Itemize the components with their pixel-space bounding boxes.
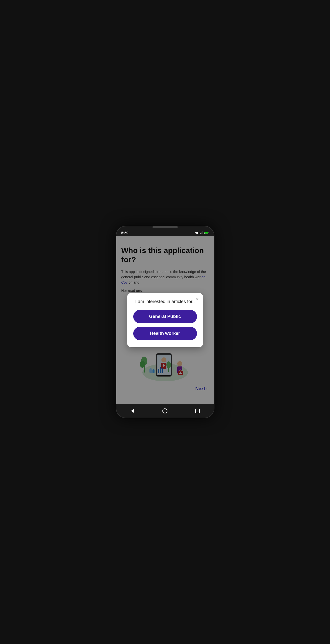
home-icon — [162, 408, 167, 413]
modal-title: I am interested in articles for.. — [133, 299, 197, 304]
modal-backdrop: × I am interested in articles for.. Gene… — [116, 236, 214, 404]
recents-icon — [195, 409, 200, 413]
battery-icon — [204, 231, 209, 234]
svg-rect-6 — [208, 233, 209, 233]
svg-rect-7 — [204, 232, 208, 233]
back-button[interactable] — [129, 407, 136, 414]
phone-shell: 5:59 — [116, 226, 214, 418]
phone-inner: 5:59 — [116, 226, 214, 418]
svg-rect-1 — [200, 233, 201, 234]
status-icons — [195, 231, 209, 234]
wifi-icon — [195, 231, 199, 234]
interest-modal: × I am interested in articles for.. Gene… — [127, 293, 203, 347]
general-public-button[interactable]: General Public — [133, 310, 197, 323]
notch — [152, 226, 178, 228]
status-time: 5:59 — [121, 231, 128, 235]
svg-point-0 — [196, 234, 197, 234]
close-button[interactable]: × — [196, 296, 199, 302]
svg-marker-31 — [131, 409, 134, 413]
back-icon — [130, 408, 135, 413]
health-worker-button[interactable]: Health worker — [133, 327, 197, 340]
svg-rect-4 — [202, 231, 203, 234]
svg-rect-3 — [202, 232, 202, 234]
svg-rect-2 — [201, 233, 201, 234]
status-bar: 5:59 — [116, 229, 214, 236]
recents-button[interactable] — [194, 407, 201, 414]
signal-icon — [200, 231, 203, 234]
svg-point-32 — [163, 409, 167, 413]
bottom-nav — [116, 404, 214, 418]
home-button[interactable] — [161, 407, 168, 414]
svg-rect-33 — [195, 409, 200, 413]
app-screen: Who is this application for? This app is… — [116, 236, 214, 404]
